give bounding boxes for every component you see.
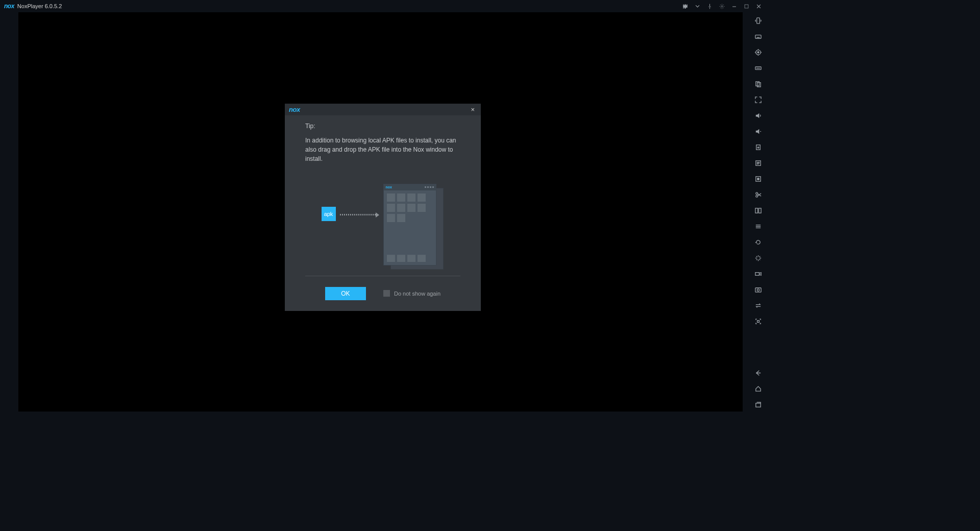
arrow-icon [340,212,379,218]
titlebar-controls [682,3,762,9]
video-record-icon[interactable] [754,270,762,278]
shake-icon[interactable] [754,16,762,25]
mini-window-illustration: nox [383,184,445,271]
svg-point-20 [757,288,759,291]
swap-icon[interactable] [754,301,762,309]
volume-down-icon[interactable] [754,127,762,135]
svg-rect-18 [755,272,759,275]
svg-rect-1 [732,6,736,7]
dont-show-again-checkbox[interactable]: Do not show again [383,290,440,297]
minimize-icon[interactable] [731,3,737,9]
illustration: apk nox [305,184,460,276]
chevron-down-icon[interactable] [694,3,700,9]
back-icon[interactable] [754,369,762,377]
rotate-icon[interactable] [754,238,762,246]
svg-rect-17 [758,208,761,212]
apk-badge: apk [322,207,336,221]
tip-label: Tip: [305,123,460,130]
svg-rect-3 [756,17,760,23]
svg-rect-4 [755,35,761,38]
gear-icon[interactable] [719,3,725,9]
home-icon[interactable] [754,384,762,393]
right-toolbar-bottom [750,369,766,412]
right-toolbar [750,12,766,325]
svg-point-13 [757,178,759,180]
ok-button[interactable]: OK [325,287,366,300]
keyboard-control-icon[interactable] [754,32,762,40]
fullscreen-icon[interactable] [754,95,762,104]
focus-box-icon[interactable] [754,317,762,325]
dialog-body: Tip: In addition to browsing local APK f… [285,115,481,276]
location-icon[interactable] [754,48,762,56]
svg-point-0 [721,5,722,7]
my-computer-icon[interactable] [754,64,762,72]
multi-instance-icon[interactable] [754,80,762,88]
svg-rect-2 [745,5,748,8]
dont-show-again-label: Do not show again [394,291,440,297]
volume-up-icon[interactable] [754,111,762,119]
screenshot-icon[interactable] [754,285,762,294]
svg-point-15 [755,192,757,194]
dialog-header: nox × [285,104,481,115]
scissors-icon[interactable] [754,190,762,199]
app-title: NoxPlayer 6.0.5.2 [17,3,62,9]
svg-point-6 [757,52,759,53]
svg-rect-19 [755,287,761,292]
svg-point-14 [755,195,757,197]
close-icon[interactable] [755,3,762,9]
macro-recorder-icon[interactable] [754,175,762,183]
tip-text: In addition to browsing local APK files … [305,136,460,163]
menu-icon[interactable] [754,222,762,230]
script-record-icon[interactable] [754,159,762,167]
loading-asterisk-icon[interactable] [754,254,762,262]
recent-apps-icon[interactable] [754,400,762,408]
dialog-logo: nox [289,106,300,113]
maximize-icon[interactable] [743,3,749,9]
svg-rect-22 [755,403,760,407]
dialog-close-button[interactable]: × [469,106,477,113]
dialog-footer: OK Do not show again [285,276,481,311]
app-logo: nox [4,3,14,10]
svg-rect-21 [757,320,759,322]
pin-icon[interactable] [706,3,713,9]
two-windows-icon[interactable] [754,206,762,214]
svg-rect-16 [755,208,757,212]
puzzle-icon[interactable] [682,3,688,9]
checkbox-box[interactable] [383,290,390,297]
apk-tip-dialog: nox × Tip: In addition to browsing local… [285,104,481,311]
mini-window-logo: nox [386,185,392,189]
titlebar: nox NoxPlayer 6.0.5.2 [0,0,766,12]
install-apk-icon[interactable] [754,143,762,151]
